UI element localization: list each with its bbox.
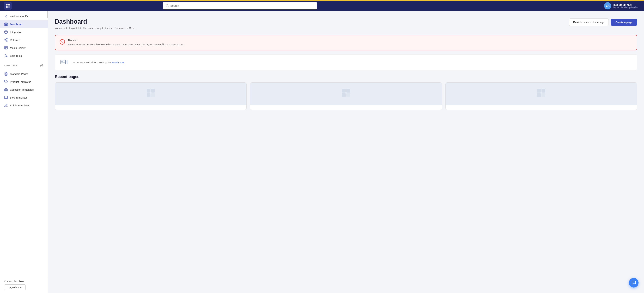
svg-rect-3 [8, 6, 10, 8]
app-logo [4, 2, 12, 10]
sidebar-item-collection-templates[interactable]: Collection Templates [0, 86, 48, 94]
user-name: layouthub-hale [613, 3, 640, 6]
collection-templates-icon [4, 88, 8, 92]
chat-button[interactable] [629, 278, 638, 288]
page-subtitle: Welcome to LayoutHub! The easiest way to… [55, 26, 136, 30]
recent-pages-section: Recent pages [55, 74, 637, 110]
search-icon [165, 4, 169, 8]
sidebar-item-blog-templates[interactable]: Blog Templates [0, 94, 48, 102]
sale-tools-icon [4, 54, 8, 58]
back-icon [4, 14, 8, 18]
page-card-3[interactable] [446, 82, 637, 110]
sidebar-item-back-to-shopify[interactable]: Back to Shopify [0, 12, 48, 20]
referrals-icon [4, 38, 8, 42]
svg-rect-32 [61, 63, 64, 63]
page-title: Dashboard [55, 18, 136, 25]
product-templates-icon [4, 80, 8, 84]
avatar: LA [604, 2, 611, 10]
svg-rect-37 [342, 89, 346, 92]
svg-line-20 [5, 55, 7, 57]
page-card-preview-3 [446, 82, 637, 105]
preview-logo-1 [145, 88, 156, 100]
title-area: Dashboard Welcome to LayoutHub! The easi… [55, 18, 136, 30]
page-card-preview-1 [55, 82, 246, 105]
user-area: LA layouthub-hale layouthub-hale.myshopi… [604, 2, 640, 10]
top-navigation: LA layouthub-hale layouthub-hale.myshopi… [0, 0, 644, 11]
svg-rect-35 [147, 93, 150, 97]
svg-rect-1 [8, 4, 10, 6]
pages-grid [55, 82, 637, 110]
svg-rect-0 [6, 4, 8, 6]
scrollbar[interactable] [47, 11, 48, 18]
video-guide-card: Let get start with video quick guide Wat… [55, 54, 637, 70]
sidebar-item-article-templates[interactable]: Article Templates [0, 102, 48, 109]
page-card-preview-2 [250, 82, 442, 105]
svg-line-17 [6, 39, 6, 40]
svg-point-22 [6, 56, 7, 57]
add-section-button[interactable] [40, 64, 44, 68]
notice-icon: 🚫 [59, 39, 65, 45]
flexible-homepage-button[interactable]: Flexible custom Homepage [569, 18, 609, 26]
sidebar-item-sale-tools[interactable]: Sale Tools [0, 52, 48, 60]
upgrade-button[interactable]: Upgrade now [4, 284, 26, 290]
notice-title: Notice! [68, 39, 184, 42]
svg-rect-31 [61, 62, 65, 62]
layouthub-section-header: LAYOUTHUB [0, 61, 48, 68]
search-bar[interactable] [163, 2, 317, 10]
video-guide-label: Let get start with video quick guide [72, 61, 111, 64]
sale-tools-label: Sale Tools [10, 54, 22, 57]
article-templates-icon [4, 104, 8, 107]
blog-templates-label: Blog Templates [10, 96, 28, 99]
sidebar-item-integration[interactable]: Integration [0, 28, 48, 36]
section-label: LAYOUTHUB [4, 64, 17, 67]
watch-now-link[interactable]: Watch now [112, 61, 124, 64]
layouthub-section: Standard Pages Product Templates Collect… [0, 68, 48, 111]
plan-value: Free [19, 280, 24, 283]
video-guide-text: Let get start with video quick guide Wat… [72, 61, 124, 64]
standard-pages-label: Standard Pages [10, 72, 28, 76]
preview-logo-2 [340, 88, 352, 100]
sidebar: Back to Shopify Dashboard Integration Re… [0, 11, 48, 293]
sidebar-item-media-library[interactable]: Media Library [0, 44, 48, 52]
sidebar-bottom: Current plan: Free Upgrade now [0, 277, 48, 293]
video-guide-icon [60, 58, 68, 66]
svg-rect-6 [5, 23, 6, 24]
integration-label: Integration [10, 31, 22, 34]
page-card-1[interactable] [55, 82, 246, 110]
svg-rect-30 [61, 61, 63, 62]
referrals-label: Referrals [10, 38, 20, 42]
sidebar-item-standard-pages[interactable]: Standard Pages [0, 70, 48, 78]
svg-rect-36 [151, 93, 155, 97]
sidebar-item-dashboard[interactable]: Dashboard [0, 20, 48, 28]
user-shop: layouthub-hale.myshopify.c... [613, 6, 640, 8]
svg-point-19 [5, 47, 6, 48]
sidebar-item-referrals[interactable]: Referrals [0, 36, 48, 44]
blog-templates-icon [4, 96, 8, 100]
create-page-button[interactable]: Create a page [611, 19, 637, 26]
dashboard-label: Dashboard [10, 23, 23, 26]
svg-rect-42 [542, 89, 545, 92]
preview-logo-3 [536, 88, 547, 100]
recent-pages-title: Recent pages [55, 74, 637, 79]
svg-rect-2 [6, 6, 8, 8]
collection-templates-label: Collection Templates [10, 88, 34, 91]
sidebar-main-section: Back to Shopify Dashboard Integration Re… [0, 11, 48, 61]
search-input[interactable] [163, 2, 317, 10]
dashboard-icon [4, 22, 8, 26]
svg-rect-41 [537, 89, 541, 92]
user-info: layouthub-hale layouthub-hale.myshopify.… [613, 3, 640, 8]
page-card-2[interactable] [250, 82, 442, 110]
svg-rect-8 [5, 24, 6, 26]
plan-label: Current plan: [4, 280, 18, 283]
notice-text: Please DO NOT create a "flexible the hom… [68, 43, 184, 46]
standard-pages-icon [4, 72, 8, 76]
media-library-icon [4, 46, 8, 50]
sidebar-item-product-templates[interactable]: Product Templates [0, 78, 48, 86]
svg-rect-38 [346, 89, 350, 92]
plan-info: Current plan: Free [4, 280, 44, 283]
svg-rect-40 [346, 93, 350, 97]
product-templates-label: Product Templates [10, 80, 31, 83]
notice-content: Notice! Please DO NOT create a "flexible… [68, 39, 184, 46]
svg-rect-39 [342, 93, 346, 97]
svg-rect-29 [61, 60, 66, 64]
